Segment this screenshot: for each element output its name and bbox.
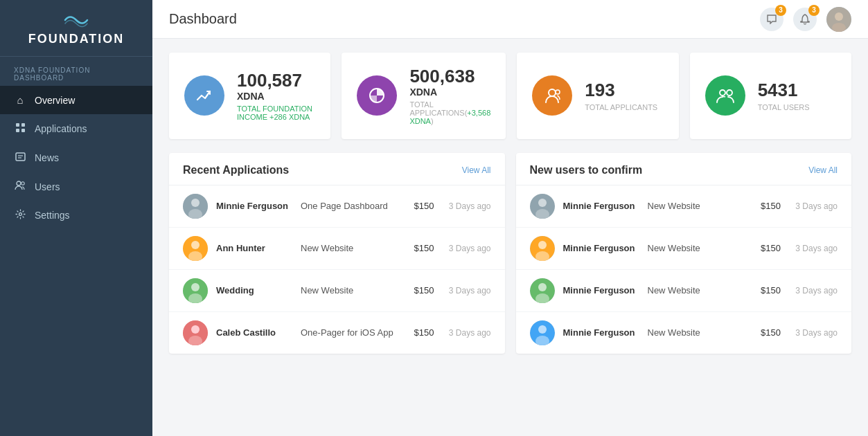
row-amount: $150: [407, 201, 434, 211]
new-users-header: New users to confirm View All: [516, 153, 852, 185]
svg-point-28: [191, 325, 200, 334]
row-desc: New Website: [301, 243, 398, 253]
topbar-icons: 3 3: [760, 7, 851, 32]
recent-applications-title: Recent Applications: [183, 164, 289, 176]
stat-info-applicants: 193 TOTAL APPLICANTS: [585, 80, 663, 111]
stat-info-users: 5431 TOTAL USERS: [758, 80, 836, 111]
avatar: [530, 236, 555, 261]
row-name: Minnie Ferguson: [563, 327, 639, 338]
svg-point-34: [538, 241, 547, 249]
svg-point-25: [191, 283, 200, 291]
messages-badge: 3: [775, 5, 786, 16]
svg-rect-2: [16, 129, 19, 132]
row-desc: New Website: [648, 327, 745, 338]
row-time: 3 Days ago: [443, 244, 491, 253]
settings-icon: [14, 209, 26, 221]
svg-rect-4: [16, 153, 25, 161]
row-time: 3 Days ago: [789, 328, 838, 338]
table-row: Minnie Ferguson New Website $150 3 Days …: [516, 312, 852, 354]
notifications-button[interactable]: 3: [793, 8, 817, 31]
table-row: Minnie Ferguson One Page Dashboard $150 …: [169, 185, 505, 228]
avatar: [530, 278, 555, 303]
stat-value-users: 5431: [758, 80, 836, 100]
row-amount: $150: [753, 327, 781, 338]
topbar: Dashboard 3 3: [152, 0, 868, 39]
svg-point-9: [19, 213, 21, 216]
stat-info-income: 100,587 XDNA TOTAL FOUNDATION INCOME +28…: [237, 71, 315, 121]
applications-icon: [14, 122, 26, 135]
notifications-badge: 3: [808, 5, 820, 16]
content-area: 100,587 XDNA TOTAL FOUNDATION INCOME +28…: [152, 39, 868, 436]
row-name: Minnie Ferguson: [563, 285, 639, 296]
row-amount: $150: [753, 201, 781, 211]
table-row: Wedding New Website $150 3 Days ago: [169, 270, 505, 312]
avatar: [183, 194, 208, 219]
news-icon: [14, 152, 26, 164]
stat-value-applications: 500,638: [409, 66, 490, 87]
table-row: Caleb Castillo One-Pager for iOS App $15…: [169, 312, 505, 354]
row-desc: New Website: [648, 243, 745, 253]
sidebar: FOUNDATION XDNA FOUNDATION DASHBOARD ⌂ O…: [0, 0, 152, 436]
stat-label-applications: XDNA: [409, 87, 490, 98]
sidebar-item-overview[interactable]: ⌂ Overview: [0, 86, 152, 114]
stat-value-applicants: 193: [585, 80, 663, 100]
svg-point-8: [21, 182, 24, 185]
stat-icon-applications: [357, 75, 397, 116]
svg-rect-0: [16, 123, 19, 127]
messages-button[interactable]: 3: [760, 8, 783, 31]
users-icon: [14, 181, 26, 192]
sidebar-item-users[interactable]: Users: [0, 172, 152, 201]
svg-rect-3: [21, 129, 25, 132]
stat-card-applicants: 193 TOTAL APPLICANTS: [517, 53, 678, 139]
stat-highlight-apps: +3,568 XDNA: [409, 109, 490, 125]
avatar: [183, 236, 208, 261]
row-name: Minnie Ferguson: [216, 201, 292, 211]
stat-sub-applications: TOTAL APPLICATIONS(+3,568 XDNA): [409, 100, 490, 125]
stat-sub-applicants: TOTAL APPLICANTS: [585, 103, 663, 111]
stat-info-applications: 500,638 XDNA TOTAL APPLICATIONS(+3,568 X…: [409, 66, 490, 125]
sidebar-item-label: Overview: [35, 95, 75, 106]
sidebar-logo: FOUNDATION: [0, 0, 152, 57]
row-amount: $150: [407, 327, 434, 338]
user-avatar-button[interactable]: [826, 7, 851, 32]
svg-point-14: [549, 89, 556, 96]
recent-applications-card: Recent Applications View All Minnie Ferg…: [169, 153, 505, 354]
stat-icon-users: [705, 75, 745, 116]
svg-rect-1: [21, 123, 25, 127]
stat-sub-users: TOTAL USERS: [758, 103, 836, 111]
page-title: Dashboard: [169, 11, 760, 27]
row-name: Minnie Ferguson: [563, 201, 639, 211]
logo-text: FOUNDATION: [14, 32, 139, 46]
svg-point-19: [191, 199, 200, 207]
row-time: 3 Days ago: [443, 201, 491, 211]
sidebar-item-label: Users: [35, 181, 60, 192]
row-time: 3 Days ago: [443, 286, 491, 296]
avatar: [183, 320, 208, 345]
avatar: [183, 278, 208, 303]
avatar: [530, 194, 555, 219]
tables-row: Recent Applications View All Minnie Ferg…: [169, 153, 851, 354]
row-time: 3 Days ago: [789, 286, 838, 296]
sidebar-item-settings[interactable]: Settings: [0, 201, 152, 230]
row-name: Ann Hunter: [216, 243, 292, 253]
stat-label-income: XDNA: [237, 91, 315, 102]
svg-point-16: [720, 90, 725, 96]
row-desc: New Website: [648, 201, 745, 211]
stat-icon-income: [184, 75, 224, 116]
table-row: Minnie Ferguson New Website $150 3 Days …: [516, 270, 852, 312]
new-users-view-all[interactable]: View All: [808, 165, 838, 175]
recent-applications-view-all[interactable]: View All: [462, 165, 491, 175]
sidebar-item-label: News: [35, 152, 59, 163]
table-row: Minnie Ferguson New Website $150 3 Days …: [516, 228, 852, 270]
row-amount: $150: [407, 243, 434, 253]
row-time: 3 Days ago: [789, 244, 838, 253]
row-amount: $150: [407, 285, 434, 296]
sidebar-item-applications[interactable]: Applications: [0, 114, 152, 143]
new-users-card: New users to confirm View All Minnie Fer…: [516, 153, 852, 354]
sidebar-item-news[interactable]: News: [0, 143, 152, 172]
stat-card-applications: 500,638 XDNA TOTAL APPLICATIONS(+3,568 X…: [342, 53, 506, 139]
row-desc: New Website: [301, 285, 398, 296]
stat-icon-applicants: [532, 75, 572, 116]
row-amount: $150: [753, 285, 781, 296]
stat-card-income: 100,587 XDNA TOTAL FOUNDATION INCOME +28…: [169, 53, 330, 139]
